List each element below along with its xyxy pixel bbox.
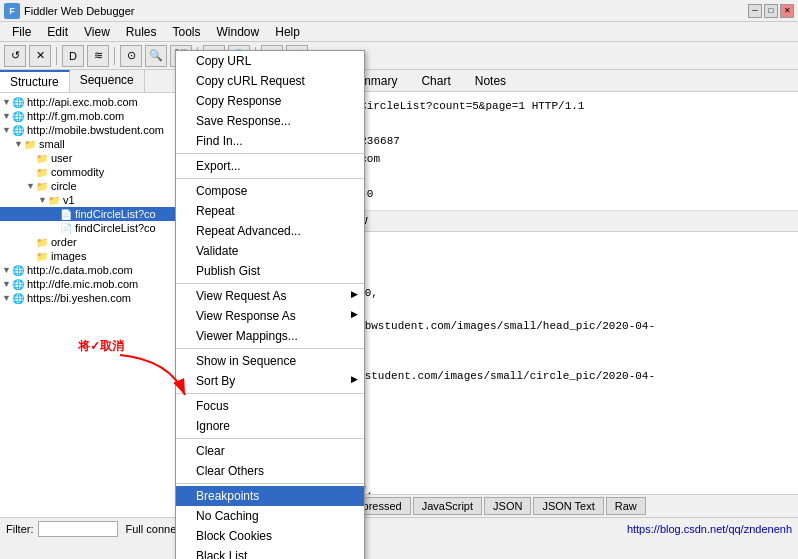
tree-item[interactable]: 📁user	[0, 151, 184, 165]
context-menu-item[interactable]: Publish Gist	[176, 261, 364, 281]
decode-button[interactable]: D	[62, 45, 84, 67]
tree-icon: 📁	[36, 167, 48, 178]
status-bar: Filter: Full connection quality https://…	[0, 517, 798, 539]
bottom-tab-javascript[interactable]: JavaScript	[413, 497, 482, 515]
tree-icon: 📁	[36, 251, 48, 262]
tree-arrow: ▼	[2, 125, 12, 135]
maximize-button[interactable]: □	[764, 4, 778, 18]
context-menu-item[interactable]: Clear	[176, 441, 364, 461]
tree-arrow: ▼	[38, 195, 48, 205]
tree-arrow: ▼	[14, 139, 24, 149]
left-panel: Structure Sequence ▼🌐http://api.exc.mob.…	[0, 70, 185, 517]
context-menu-item[interactable]: Block Cookies	[176, 526, 364, 546]
context-menu-item[interactable]: View Request As	[176, 286, 364, 306]
tree-item[interactable]: 📄findCircleList?co	[0, 207, 184, 221]
context-menu-separator	[176, 393, 364, 394]
tree-area: ▼🌐http://api.exc.mob.com▼🌐http://f.gm.mo…	[0, 93, 184, 517]
context-menu-item[interactable]: Save Response...	[176, 111, 364, 131]
context-menu-item[interactable]: Show in Sequence	[176, 351, 364, 371]
any-process-button[interactable]: ⊙	[120, 45, 142, 67]
menu-file[interactable]: File	[4, 23, 39, 41]
tree-label: http://dfe.mic.mob.com	[27, 278, 138, 290]
tree-label: commodity	[51, 166, 104, 178]
context-menu-item[interactable]: Copy Response	[176, 91, 364, 111]
stream-button[interactable]: ≋	[87, 45, 109, 67]
context-menu-item[interactable]: Viewer Mappings...	[176, 326, 364, 346]
bottom-tab-raw[interactable]: Raw	[606, 497, 646, 515]
tree-icon: 📁	[24, 139, 36, 150]
tree-icon: 🌐	[12, 265, 24, 276]
menu-window[interactable]: Window	[209, 23, 268, 41]
tree-item[interactable]: ▼🌐http://api.exc.mob.com	[0, 95, 184, 109]
filter-input[interactable]	[38, 521, 118, 537]
tree-arrow: ▼	[2, 111, 12, 121]
tree-item[interactable]: ▼🌐http://mobile.bwstudent.com	[0, 123, 184, 137]
tree-label: http://f.gm.mob.com	[27, 110, 124, 122]
tree-icon: 🌐	[12, 279, 24, 290]
filter-label: Filter:	[6, 523, 34, 535]
tree-item[interactable]: ▼🌐https://bi.yeshen.com	[0, 291, 184, 305]
context-menu-item[interactable]: Copy URL	[176, 51, 364, 71]
toolbar-sep-2	[114, 47, 115, 65]
main-area: Structure Sequence ▼🌐http://api.exc.mob.…	[0, 70, 798, 517]
replay-button[interactable]: ↺	[4, 45, 26, 67]
context-menu-item[interactable]: No Caching	[176, 506, 364, 526]
tree-item[interactable]: 📄findCircleList?co	[0, 221, 184, 235]
tree-arrow: ▼	[2, 279, 12, 289]
tree-label: images	[51, 250, 86, 262]
context-menu-item[interactable]: Black List	[176, 546, 364, 559]
find-button[interactable]: 🔍	[145, 45, 167, 67]
tree-item[interactable]: ▼📁circle	[0, 179, 184, 193]
tree-item[interactable]: ▼📁small	[0, 137, 184, 151]
clear-button[interactable]: ✕	[29, 45, 51, 67]
context-menu-item[interactable]: Clear Others	[176, 461, 364, 481]
tree-item[interactable]: 📁images	[0, 249, 184, 263]
tree-icon: 📁	[36, 181, 48, 192]
context-menu-item[interactable]: Repeat	[176, 201, 364, 221]
context-menu-item[interactable]: Find In...	[176, 131, 364, 151]
tree-label: findCircleList?co	[75, 208, 156, 220]
tree-item[interactable]: ▼🌐http://c.data.mob.com	[0, 263, 184, 277]
tree-icon: 🌐	[12, 97, 24, 108]
context-menu-item[interactable]: Focus	[176, 396, 364, 416]
context-menu-item[interactable]: Compose	[176, 181, 364, 201]
context-menu-item[interactable]: Copy cURL Request	[176, 71, 364, 91]
tab-chart[interactable]: Chart	[410, 70, 461, 91]
tab-notes[interactable]: Notes	[464, 70, 517, 91]
minimize-button[interactable]: ─	[748, 4, 762, 18]
tree-arrow: ▼	[2, 265, 12, 275]
tree-icon: 🌐	[12, 293, 24, 304]
tree-label: v1	[63, 194, 75, 206]
tree-label: findCircleList?co	[75, 222, 156, 234]
tree-icon: 🌐	[12, 111, 24, 122]
tab-structure[interactable]: Structure	[0, 70, 70, 92]
tab-sequence[interactable]: Sequence	[70, 70, 145, 92]
bottom-tab-json-text[interactable]: JSON Text	[533, 497, 603, 515]
context-menu-item[interactable]: Repeat Advanced...	[176, 221, 364, 241]
context-menu-item[interactable]: Breakpoints	[176, 486, 364, 506]
menu-rules[interactable]: Rules	[118, 23, 165, 41]
menu-view[interactable]: View	[76, 23, 118, 41]
annotation-text: 将✓取消	[78, 338, 124, 355]
tree-item[interactable]: 📁order	[0, 235, 184, 249]
bottom-tab-json[interactable]: JSON	[484, 497, 531, 515]
app-icon: F	[4, 3, 20, 19]
tree-label: order	[51, 236, 77, 248]
context-menu-item[interactable]: View Response As	[176, 306, 364, 326]
tree-item[interactable]: ▼🌐http://dfe.mic.mob.com	[0, 277, 184, 291]
tree-item[interactable]: ▼🌐http://f.gm.mob.com	[0, 109, 184, 123]
close-button[interactable]: ✕	[780, 4, 794, 18]
context-menu-item[interactable]: Sort By	[176, 371, 364, 391]
tree-label: http://api.exc.mob.com	[27, 96, 138, 108]
menu-edit[interactable]: Edit	[39, 23, 76, 41]
tree-label: small	[39, 138, 65, 150]
tree-item[interactable]: ▼📁v1	[0, 193, 184, 207]
context-menu-item[interactable]: Ignore	[176, 416, 364, 436]
menu-help[interactable]: Help	[267, 23, 308, 41]
context-menu-item[interactable]: Export...	[176, 156, 364, 176]
menu-tools[interactable]: Tools	[165, 23, 209, 41]
tree-arrow: ▼	[26, 181, 36, 191]
tree-item[interactable]: 📁commodity	[0, 165, 184, 179]
menu-bar: File Edit View Rules Tools Window Help	[0, 22, 798, 42]
context-menu-item[interactable]: Validate	[176, 241, 364, 261]
